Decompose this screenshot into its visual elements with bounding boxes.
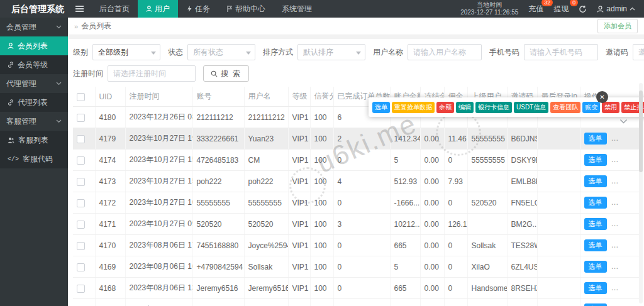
row-more-button[interactable]: … [611,155,619,164]
row-action-button[interactable]: 选单 [584,197,607,209]
row-checkbox[interactable] [77,263,85,271]
panel-action-button[interactable]: 余额 [436,102,454,113]
username-input[interactable] [408,44,482,60]
breadcrumb-arrow-icon: » [74,23,78,30]
sidebar: 会员管理 会员列表 会员等级 代理管理 代理列表 客服管理 客服列表 </> [0,18,68,306]
cell-balance: -1666... [390,192,420,214]
panel-action-button[interactable]: 编辑 [456,102,474,113]
sort-select[interactable]: 默认排序 [297,44,365,60]
cell-frozen: 0.00 [420,171,444,192]
panel-action-button[interactable]: 账变 [582,102,600,113]
add-member-button[interactable]: 添加会员 [597,19,638,33]
nav-home[interactable]: 后台首页 [91,0,138,18]
row-action-button[interactable]: 选单 [584,282,607,294]
panel-action-button[interactable]: 银行卡信息 [475,102,512,113]
nav-system[interactable]: 系统管理 [274,0,320,18]
cell-orders: 3 [333,214,390,235]
cell-parent [467,171,507,192]
withdraw-link[interactable]: 提现 0 [553,4,569,14]
sidebar-group-members[interactable]: 会员管理 [0,18,68,36]
sidebar-item-agent-list[interactable]: 代理列表 [0,93,68,112]
row-more-button[interactable]: … [611,241,619,249]
panel-action-button[interactable]: USDT信息 [514,102,548,113]
nav-help[interactable]: 帮助中心 [218,0,274,18]
panel-action-button[interactable]: 禁用 [602,102,619,113]
cell-actions: 选单… [580,150,639,171]
nav-users[interactable]: 用户 [138,0,178,18]
row-action-button[interactable]: 选单 [584,133,607,145]
row-more-button[interactable]: … [611,283,619,292]
cell-last-ip [537,235,580,256]
refresh-icon[interactable] [579,5,587,13]
sidebar-group-support[interactable]: 客服管理 [0,112,68,131]
row-checkbox[interactable] [77,285,85,293]
cell-last-ip [537,256,580,278]
row-checkbox-cell [73,299,95,306]
row-checkbox-cell [73,128,95,150]
row-more-button[interactable]: … [611,134,619,143]
phone-input[interactable] [524,44,598,60]
row-action-button[interactable]: 选单 [584,261,607,273]
row-checkbox[interactable] [77,178,85,186]
level-label: 级别 [73,47,88,58]
sidebar-item-support-code[interactable]: </> 客服代码 [0,150,68,168]
cell-parent: 520520 [467,192,507,214]
cell-invite: 8RSEHZ [507,278,537,299]
regtime-input[interactable] [108,65,196,82]
status-select[interactable]: 所有状态 [187,44,255,60]
cell-frozen: 0.00 [420,192,444,214]
cell-username: 520520 [244,214,288,235]
row-checkbox[interactable] [77,199,85,207]
row-action-button[interactable]: 选单 [584,218,607,230]
cell-commission: 0 [444,150,467,171]
cell-level: VIP1 [288,299,310,306]
row-action-button[interactable]: 选单 [584,154,607,166]
scrollbar-thumb[interactable] [639,90,643,172]
row-more-button[interactable]: … [611,219,619,228]
panel-action-button[interactable]: 重置抢单数据 [392,102,435,113]
cell-account: 7455168880 [192,235,244,256]
sidebar-item-member-level[interactable]: 会员等级 [0,55,68,74]
row-action-button[interactable]: 选单 [584,303,607,306]
row-action-button[interactable]: 选单 [584,175,607,187]
sidebar-item-member-list[interactable]: 会员列表 [0,36,68,55]
row-checkbox[interactable] [77,221,85,229]
cell-credit: 100 [310,278,333,299]
row-checkbox-cell [73,171,95,192]
cell-account: 55555555 [192,192,244,214]
row-more-button[interactable]: … [611,198,619,207]
sidebar-group-agents[interactable]: 代理管理 [0,74,68,93]
flag-icon [226,6,233,12]
menu-toggle-icon[interactable] [68,0,91,18]
select-all-checkbox[interactable] [77,93,85,101]
row-collapse-chevron-icon[interactable] [619,119,628,124]
cell-commission: 11.46 [444,128,467,150]
cell-balance: 5 [390,150,420,171]
cell-orders: 0 [333,278,390,299]
header-uid: UID [95,87,125,107]
row-checkbox[interactable] [77,242,85,250]
panel-action-button[interactable]: 查看团队 [550,102,580,113]
row-action-button[interactable]: 选单 [584,239,607,251]
nav-tasks[interactable]: 任务 [178,0,218,18]
row-more-button[interactable]: … [611,177,619,185]
user-menu[interactable]: admin [597,4,635,13]
close-icon[interactable]: ✕ [596,91,608,103]
cell-frozen: 0.00 [420,235,444,256]
row-checkbox-cell [73,214,95,235]
table-body: 4180 2023年12月26日 08:55:25 212111212 2121… [73,107,639,306]
row-checkbox[interactable] [77,135,85,143]
search-button[interactable]: 搜 索 [203,65,249,82]
cell-uid: 4179 [95,128,125,150]
row-checkbox[interactable] [77,114,85,122]
level-select[interactable]: 全部级别 [92,44,160,60]
recharge-link[interactable]: 充值 32 [528,4,543,14]
row-checkbox[interactable] [77,156,85,165]
invite-code-input[interactable] [633,44,644,60]
row-more-button[interactable]: … [611,262,619,271]
panel-action-button[interactable]: 选单 [372,102,390,113]
cell-credit: 100 [310,214,333,235]
time-value: 2023-12-27 11:26:55 [460,9,518,17]
group-label: 代理管理 [6,79,36,89]
sidebar-item-support-list[interactable]: 客服列表 [0,131,68,150]
